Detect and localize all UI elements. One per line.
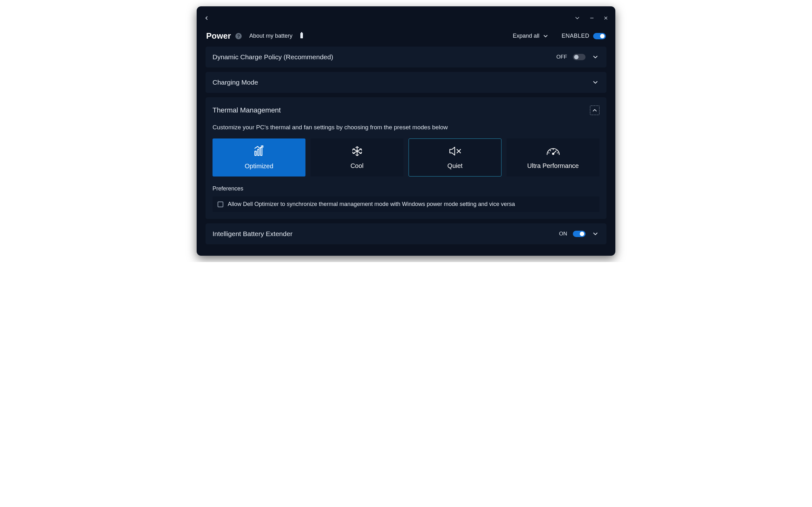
page-title: Power (206, 31, 231, 41)
expand-button[interactable] (591, 78, 600, 87)
section-title: Thermal Management (212, 106, 281, 114)
section-title: Charging Mode (212, 78, 258, 86)
mode-label: Ultra Performance (527, 162, 578, 170)
mode-quiet[interactable]: Quiet (409, 138, 502, 176)
enabled-toggle[interactable] (593, 33, 606, 39)
section-dynamic-charge: Dynamic Charge Policy (Recommended) OFF (206, 47, 606, 67)
svg-rect-4 (301, 32, 302, 33)
mode-cool[interactable]: Cool (310, 138, 403, 176)
preferences-label: Preferences (212, 185, 600, 192)
back-button[interactable] (204, 15, 209, 21)
page-header: Power ? About my battery Expand all ENAB… (197, 24, 615, 47)
speaker-mute-icon (449, 146, 461, 158)
expand-all-label: Expand all (513, 33, 539, 39)
svg-rect-5 (255, 151, 256, 156)
dynamic-charge-toggle[interactable] (573, 54, 586, 60)
mode-ultra-performance[interactable]: Ultra Performance (507, 138, 600, 176)
section-title: Intelligent Battery Extender (212, 230, 293, 238)
sync-checkbox[interactable] (217, 202, 223, 207)
state-label: ON (559, 231, 567, 237)
svg-line-17 (550, 150, 551, 151)
enabled-group: ENABLED (561, 33, 606, 39)
section-thermal: Thermal Management Customize your PC's t… (206, 97, 606, 219)
snowflake-icon (352, 146, 362, 158)
sync-checkbox-label: Allow Dell Optimizer to synchronize ther… (228, 201, 515, 208)
battery-icon (299, 32, 304, 40)
content-scroll[interactable]: Dynamic Charge Policy (Recommended) OFF … (197, 47, 615, 256)
chevron-down-icon (542, 33, 549, 39)
mode-label: Optimized (245, 163, 273, 170)
thermal-mode-grid: Optimized (212, 138, 600, 176)
state-label: OFF (556, 54, 567, 60)
about-battery-link[interactable]: About my battery (249, 33, 293, 39)
svg-line-15 (553, 151, 556, 154)
mode-label: Quiet (448, 162, 463, 170)
help-icon[interactable]: ? (235, 33, 242, 39)
close-button[interactable] (603, 15, 608, 20)
svg-rect-7 (260, 147, 262, 156)
app-window: Power ? About my battery Expand all ENAB… (197, 6, 615, 256)
mode-optimized[interactable]: Optimized (212, 138, 305, 176)
enabled-label: ENABLED (561, 33, 589, 39)
section-description: Customize your PC's thermal and fan sett… (212, 124, 600, 131)
section-title: Dynamic Charge Policy (Recommended) (212, 53, 333, 61)
svg-marker-11 (450, 147, 455, 155)
expand-button[interactable] (591, 53, 600, 61)
section-battery-extender: Intelligent Battery Extender ON (206, 223, 606, 244)
window-dropdown-icon[interactable] (574, 15, 580, 21)
titlebar (197, 6, 615, 24)
gauge-icon (546, 146, 560, 158)
section-charging-mode: Charging Mode (206, 72, 606, 93)
minimize-button[interactable] (589, 15, 595, 20)
preferences-row: Allow Dell Optimizer to synchronize ther… (212, 196, 600, 212)
svg-rect-3 (300, 33, 303, 38)
expand-button[interactable] (591, 230, 600, 238)
battery-extender-toggle[interactable] (573, 231, 586, 237)
chart-up-icon (253, 146, 265, 158)
collapse-button[interactable] (590, 106, 600, 115)
svg-rect-6 (258, 149, 259, 156)
expand-all-button[interactable]: Expand all (513, 33, 549, 39)
mode-label: Cool (351, 162, 363, 170)
